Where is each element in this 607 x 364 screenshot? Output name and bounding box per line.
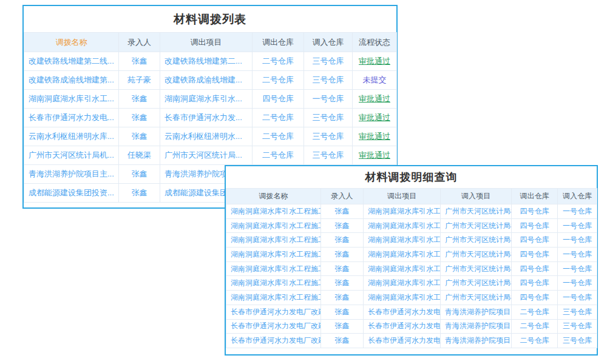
table-row: 改建铁路成渝线增建第... 苑子豪 改建铁路成渝线增建... 二号仓库 三号仓库… [24, 71, 397, 90]
transfer-name-link[interactable]: 湖南洞庭湖水库引水工程施工 [226, 204, 321, 219]
entered-by-cell: 张鑫 [119, 90, 160, 109]
transfer-name-link[interactable]: 湖南洞庭湖水库引水工... [24, 90, 119, 109]
entered-by-cell: 张鑫 [321, 204, 364, 219]
entered-by-cell: 张鑫 [321, 261, 364, 276]
transfer-name-link[interactable]: 改建铁路成渝线增建第... [24, 71, 119, 90]
in-project-cell: 广州市天河区统计局机 [441, 248, 512, 262]
transfer-name-link[interactable]: 湖南洞庭湖水库引水工程施工 [226, 248, 321, 262]
in-warehouse-cell: 一号仓库 [304, 90, 353, 109]
table-row: 湖南洞庭湖水库引水工程施工 张鑫 湖南洞庭湖水库引水工程 广州市天河区统计局机 … [226, 291, 597, 305]
entered-by-cell: 张鑫 [119, 109, 160, 127]
transfer-name-link[interactable]: 湖南洞庭湖水库引水工程施工 [226, 233, 321, 248]
transfer-name-link[interactable]: 广州市天河区统计局机... [24, 146, 119, 165]
in-warehouse-cell: 三号仓库 [304, 109, 353, 127]
status-link[interactable]: 审批通过 [359, 94, 390, 103]
detail-header-out-warehouse: 调出仓库 [512, 189, 558, 204]
entered-by-cell: 张鑫 [119, 184, 160, 203]
page: 材料调拨列表 调拨名称 录入人 调出项目 调出仓库 调入仓库 流程状态 改建铁路… [0, 0, 607, 364]
out-warehouse-cell: 二号仓库 [512, 334, 558, 348]
detail-table-header: 调拨名称 录入人 调出项目 调入项目 调出仓库 调入仓库 [226, 189, 597, 204]
out-project-cell: 改建铁路线增建第二... [160, 52, 253, 71]
out-project-cell: 改建铁路成渝线增建... [160, 71, 253, 90]
detail-window-title: 材料调拨明细查询 [226, 166, 597, 188]
in-warehouse-cell: 三号仓库 [304, 146, 353, 165]
detail-header-in-warehouse: 调入仓库 [558, 189, 597, 204]
out-project-cell: 长春市伊通河水力发... [160, 109, 253, 127]
entered-by-cell: 张鑫 [119, 165, 160, 184]
entered-by-cell: 苑子豪 [119, 71, 160, 90]
transfer-name-link[interactable]: 湖南洞庭湖水库引水工程施工 [226, 218, 321, 233]
status-cell: 审批通过 [353, 109, 397, 127]
out-project-cell: 湖南洞庭湖水库引水工程 [364, 261, 441, 276]
status-cell: 审批通过 [353, 146, 397, 165]
in-project-cell: 广州市天河区统计局机 [441, 218, 512, 233]
out-warehouse-cell: 二号仓库 [253, 52, 304, 71]
list-table-header: 调拨名称 录入人 调出项目 调出仓库 调入仓库 流程状态 [24, 33, 397, 52]
detail-header-transfer-name: 调拨名称 [226, 189, 321, 204]
in-warehouse-cell: 一号仓库 [558, 248, 597, 262]
out-project-cell: 云南水利枢纽潜明水... [160, 127, 253, 146]
status-link[interactable]: 审批通过 [359, 56, 390, 66]
entered-by-cell: 张鑫 [119, 127, 160, 146]
in-warehouse-cell: 三号仓库 [304, 52, 353, 71]
in-warehouse-cell: 一号仓库 [558, 291, 597, 305]
out-warehouse-cell: 二号仓库 [253, 109, 304, 127]
status-link[interactable]: 审批通过 [359, 113, 390, 122]
out-project-cell: 长春市伊通河水力发电厂 [364, 334, 441, 348]
status-link[interactable]: 未提交 [363, 75, 387, 84]
table-row: 长春市伊通河水力发电厂改建工 张鑫 长春市伊通河水力发电厂 青海洪湖养护院项目 … [226, 305, 597, 319]
in-warehouse-cell: 一号仓库 [558, 204, 597, 219]
out-project-cell: 湖南洞庭湖水库引水工程 [364, 276, 441, 291]
detail-table-body: 湖南洞庭湖水库引水工程施工 张鑫 湖南洞庭湖水库引水工程 广州市天河区统计局机 … [226, 204, 597, 348]
transfer-name-link[interactable]: 长春市伊通河水力发电厂改建工 [226, 334, 321, 348]
transfer-name-link[interactable]: 湖南洞庭湖水库引水工程施工 [226, 261, 321, 276]
status-link[interactable]: 审批通过 [359, 150, 390, 160]
in-project-cell: 青海洪湖养护院项目 [441, 319, 512, 334]
entered-by-cell: 张鑫 [321, 305, 364, 319]
in-warehouse-cell: 三号仓库 [558, 319, 597, 334]
detail-header-entered-by: 录入人 [321, 189, 364, 204]
in-project-cell: 青海洪湖养护院项目 [441, 305, 512, 319]
out-project-cell: 湖南洞庭湖水库引水工程 [364, 233, 441, 248]
table-row: 湖南洞庭湖水库引水工程施工 张鑫 湖南洞庭湖水库引水工程 广州市天河区统计局机 … [226, 218, 597, 233]
out-warehouse-cell: 四号仓库 [512, 291, 558, 305]
transfer-name-link[interactable]: 改建铁路线增建第二线... [24, 52, 119, 71]
out-warehouse-cell: 四号仓库 [512, 276, 558, 291]
out-warehouse-cell: 四号仓库 [512, 218, 558, 233]
in-warehouse-cell: 一号仓库 [558, 276, 597, 291]
transfer-name-link[interactable]: 成都能源建设集团投资... [24, 184, 119, 203]
entered-by-cell: 张鑫 [321, 218, 364, 233]
out-warehouse-cell: 二号仓库 [253, 127, 304, 146]
entered-by-cell: 张鑫 [321, 334, 364, 348]
list-header-transfer-name: 调拨名称 [24, 33, 119, 52]
transfer-name-link[interactable]: 长春市伊通河水力发电厂改建工 [226, 305, 321, 319]
out-project-cell: 湖南洞庭湖水库引水工程 [364, 204, 441, 219]
transfer-name-link[interactable]: 湖南洞庭湖水库引水工程施工 [226, 276, 321, 291]
entered-by-cell: 张鑫 [321, 291, 364, 305]
out-warehouse-cell: 二号仓库 [512, 305, 558, 319]
in-project-cell: 广州市天河区统计局机 [441, 261, 512, 276]
in-warehouse-cell: 一号仓库 [558, 218, 597, 233]
out-project-cell: 长春市伊通河水力发电厂 [364, 319, 441, 334]
list-header-in-warehouse: 调入仓库 [304, 33, 353, 52]
transfer-name-link[interactable]: 湖南洞庭湖水库引水工程施工 [226, 291, 321, 305]
out-project-cell: 湖南洞庭湖水库引水工程 [364, 218, 441, 233]
detail-header-in-project: 调入项目 [441, 189, 512, 204]
status-link[interactable]: 审批通过 [359, 132, 390, 141]
out-warehouse-cell: 二号仓库 [512, 319, 558, 334]
entered-by-cell: 张鑫 [321, 276, 364, 291]
list-header-entered-by: 录入人 [119, 33, 160, 52]
list-header-out-warehouse: 调出仓库 [253, 33, 304, 52]
out-warehouse-cell: 二号仓库 [253, 146, 304, 165]
in-warehouse-cell: 一号仓库 [558, 261, 597, 276]
in-project-cell: 广州市天河区统计局机 [441, 233, 512, 248]
transfer-name-link[interactable]: 云南水利枢纽潜明水库... [24, 127, 119, 146]
out-project-cell: 湖南洞庭湖水库引水工程 [364, 248, 441, 262]
transfer-name-link[interactable]: 青海洪湖养护院项目主... [24, 165, 119, 184]
list-window-title: 材料调拨列表 [24, 6, 396, 32]
detail-header-out-project: 调出项目 [364, 189, 441, 204]
transfer-name-link[interactable]: 长春市伊通河水力发电... [24, 109, 119, 127]
transfer-name-link[interactable]: 长春市伊通河水力发电厂改建工 [226, 319, 321, 334]
out-warehouse-cell: 四号仓库 [512, 261, 558, 276]
status-cell: 未提交 [353, 71, 397, 90]
